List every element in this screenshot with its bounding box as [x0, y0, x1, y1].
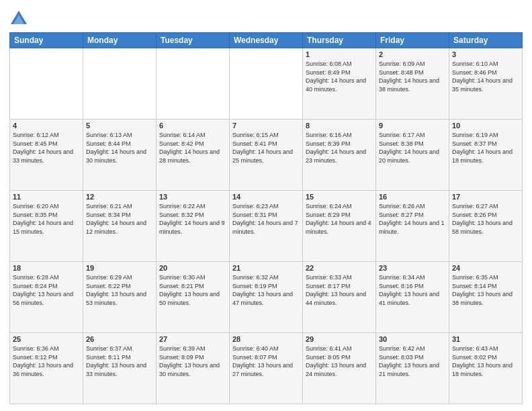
day-info: Sunrise: 6:26 AM Sunset: 8:27 PM Dayligh…	[379, 202, 446, 236]
day-cell-empty	[83, 48, 157, 120]
day-number: 27	[159, 335, 226, 343]
day-number: 7	[232, 122, 300, 130]
day-number: 8	[306, 122, 373, 130]
day-cell-28: 28Sunrise: 6:40 AM Sunset: 8:07 PM Dayli…	[230, 333, 303, 404]
calendar-table: SundayMondayTuesdayWednesdayThursdayFrid…	[9, 32, 523, 404]
day-number: 25	[13, 335, 80, 343]
day-info: Sunrise: 6:12 AM Sunset: 8:45 PM Dayligh…	[13, 131, 80, 165]
day-cell-8: 8Sunrise: 6:16 AM Sunset: 8:39 PM Daylig…	[303, 120, 376, 191]
day-number: 9	[379, 122, 446, 130]
day-number: 20	[159, 264, 226, 272]
day-number: 19	[86, 264, 153, 272]
header-cell-thursday: Thursday	[303, 33, 376, 48]
day-info: Sunrise: 6:30 AM Sunset: 8:21 PM Dayligh…	[159, 273, 226, 307]
day-cell-17: 17Sunrise: 6:27 AM Sunset: 8:26 PM Dayli…	[449, 191, 523, 262]
page: SundayMondayTuesdayWednesdayThursdayFrid…	[0, 0, 532, 411]
day-number: 16	[379, 193, 446, 201]
day-number: 10	[452, 122, 519, 130]
day-info: Sunrise: 6:29 AM Sunset: 8:22 PM Dayligh…	[86, 273, 153, 307]
day-info: Sunrise: 6:32 AM Sunset: 8:19 PM Dayligh…	[232, 273, 300, 307]
day-info: Sunrise: 6:21 AM Sunset: 8:34 PM Dayligh…	[86, 202, 153, 236]
day-number: 24	[452, 264, 519, 272]
day-number: 26	[86, 335, 153, 343]
day-cell-29: 29Sunrise: 6:41 AM Sunset: 8:05 PM Dayli…	[303, 333, 376, 404]
logo-icon	[9, 9, 28, 28]
day-cell-23: 23Sunrise: 6:34 AM Sunset: 8:16 PM Dayli…	[376, 262, 449, 333]
day-cell-2: 2Sunrise: 6:09 AM Sunset: 8:48 PM Daylig…	[376, 48, 449, 120]
day-number: 2	[379, 50, 446, 58]
day-number: 3	[452, 50, 519, 58]
day-cell-9: 9Sunrise: 6:17 AM Sunset: 8:38 PM Daylig…	[376, 120, 449, 191]
day-cell-16: 16Sunrise: 6:26 AM Sunset: 8:27 PM Dayli…	[376, 191, 449, 262]
day-info: Sunrise: 6:37 AM Sunset: 8:11 PM Dayligh…	[86, 345, 153, 378]
day-number: 18	[13, 264, 80, 272]
day-info: Sunrise: 6:28 AM Sunset: 8:24 PM Dayligh…	[13, 273, 80, 307]
day-cell-30: 30Sunrise: 6:42 AM Sunset: 8:03 PM Dayli…	[376, 333, 449, 404]
day-cell-21: 21Sunrise: 6:32 AM Sunset: 8:19 PM Dayli…	[230, 262, 303, 333]
day-info: Sunrise: 6:43 AM Sunset: 8:02 PM Dayligh…	[452, 345, 519, 378]
day-cell-5: 5Sunrise: 6:13 AM Sunset: 8:44 PM Daylig…	[83, 120, 157, 191]
week-row-3: 18Sunrise: 6:28 AM Sunset: 8:24 PM Dayli…	[10, 262, 523, 333]
week-row-4: 25Sunrise: 6:36 AM Sunset: 8:12 PM Dayli…	[10, 333, 523, 404]
day-cell-6: 6Sunrise: 6:14 AM Sunset: 8:42 PM Daylig…	[157, 120, 230, 191]
day-info: Sunrise: 6:16 AM Sunset: 8:39 PM Dayligh…	[306, 131, 373, 165]
day-info: Sunrise: 6:41 AM Sunset: 8:05 PM Dayligh…	[306, 345, 373, 378]
day-info: Sunrise: 6:17 AM Sunset: 8:38 PM Dayligh…	[379, 131, 446, 165]
day-info: Sunrise: 6:19 AM Sunset: 8:37 PM Dayligh…	[452, 131, 519, 165]
header-cell-tuesday: Tuesday	[157, 33, 230, 48]
day-number: 4	[13, 122, 80, 130]
day-number: 12	[86, 193, 153, 201]
day-cell-3: 3Sunrise: 6:10 AM Sunset: 8:46 PM Daylig…	[449, 48, 523, 120]
day-number: 11	[13, 193, 80, 201]
day-info: Sunrise: 6:15 AM Sunset: 8:41 PM Dayligh…	[232, 131, 300, 165]
day-number: 22	[306, 264, 373, 272]
header-cell-wednesday: Wednesday	[230, 33, 303, 48]
header	[9, 7, 523, 28]
day-info: Sunrise: 6:10 AM Sunset: 8:46 PM Dayligh…	[452, 60, 519, 93]
day-cell-26: 26Sunrise: 6:37 AM Sunset: 8:11 PM Dayli…	[83, 333, 157, 404]
day-cell-18: 18Sunrise: 6:28 AM Sunset: 8:24 PM Dayli…	[10, 262, 83, 333]
header-cell-friday: Friday	[376, 33, 449, 48]
day-info: Sunrise: 6:27 AM Sunset: 8:26 PM Dayligh…	[452, 202, 519, 236]
day-number: 14	[232, 193, 300, 201]
day-cell-7: 7Sunrise: 6:15 AM Sunset: 8:41 PM Daylig…	[230, 120, 303, 191]
day-info: Sunrise: 6:13 AM Sunset: 8:44 PM Dayligh…	[86, 131, 153, 165]
header-cell-saturday: Saturday	[449, 33, 523, 48]
day-cell-13: 13Sunrise: 6:22 AM Sunset: 8:32 PM Dayli…	[157, 191, 230, 262]
day-number: 5	[86, 122, 153, 130]
day-cell-20: 20Sunrise: 6:30 AM Sunset: 8:21 PM Dayli…	[157, 262, 230, 333]
day-info: Sunrise: 6:08 AM Sunset: 8:49 PM Dayligh…	[306, 60, 373, 93]
day-info: Sunrise: 6:20 AM Sunset: 8:35 PM Dayligh…	[13, 202, 80, 236]
header-cell-monday: Monday	[83, 33, 157, 48]
day-number: 28	[232, 335, 300, 343]
day-info: Sunrise: 6:36 AM Sunset: 8:12 PM Dayligh…	[13, 345, 80, 378]
day-info: Sunrise: 6:14 AM Sunset: 8:42 PM Dayligh…	[159, 131, 226, 165]
day-cell-1: 1Sunrise: 6:08 AM Sunset: 8:49 PM Daylig…	[303, 48, 376, 120]
header-row: SundayMondayTuesdayWednesdayThursdayFrid…	[10, 33, 523, 48]
day-cell-empty	[10, 48, 83, 120]
day-number: 29	[306, 335, 373, 343]
day-number: 21	[232, 264, 300, 272]
day-number: 15	[306, 193, 373, 201]
day-number: 17	[452, 193, 519, 201]
day-cell-empty	[230, 48, 303, 120]
day-cell-10: 10Sunrise: 6:19 AM Sunset: 8:37 PM Dayli…	[449, 120, 523, 191]
week-row-2: 11Sunrise: 6:20 AM Sunset: 8:35 PM Dayli…	[10, 191, 523, 262]
day-cell-31: 31Sunrise: 6:43 AM Sunset: 8:02 PM Dayli…	[449, 333, 523, 404]
day-cell-12: 12Sunrise: 6:21 AM Sunset: 8:34 PM Dayli…	[83, 191, 157, 262]
header-cell-sunday: Sunday	[10, 33, 83, 48]
day-cell-27: 27Sunrise: 6:39 AM Sunset: 8:09 PM Dayli…	[157, 333, 230, 404]
week-row-1: 4Sunrise: 6:12 AM Sunset: 8:45 PM Daylig…	[10, 120, 523, 191]
day-cell-24: 24Sunrise: 6:35 AM Sunset: 8:14 PM Dayli…	[449, 262, 523, 333]
day-number: 1	[306, 50, 373, 58]
day-info: Sunrise: 6:33 AM Sunset: 8:17 PM Dayligh…	[306, 273, 373, 307]
day-cell-empty	[157, 48, 230, 120]
week-row-0: 1Sunrise: 6:08 AM Sunset: 8:49 PM Daylig…	[10, 48, 523, 120]
day-cell-19: 19Sunrise: 6:29 AM Sunset: 8:22 PM Dayli…	[83, 262, 157, 333]
day-info: Sunrise: 6:34 AM Sunset: 8:16 PM Dayligh…	[379, 273, 446, 307]
day-info: Sunrise: 6:22 AM Sunset: 8:32 PM Dayligh…	[159, 202, 226, 236]
day-info: Sunrise: 6:40 AM Sunset: 8:07 PM Dayligh…	[232, 345, 300, 378]
day-number: 31	[452, 335, 519, 343]
day-info: Sunrise: 6:35 AM Sunset: 8:14 PM Dayligh…	[452, 273, 519, 307]
day-number: 23	[379, 264, 446, 272]
